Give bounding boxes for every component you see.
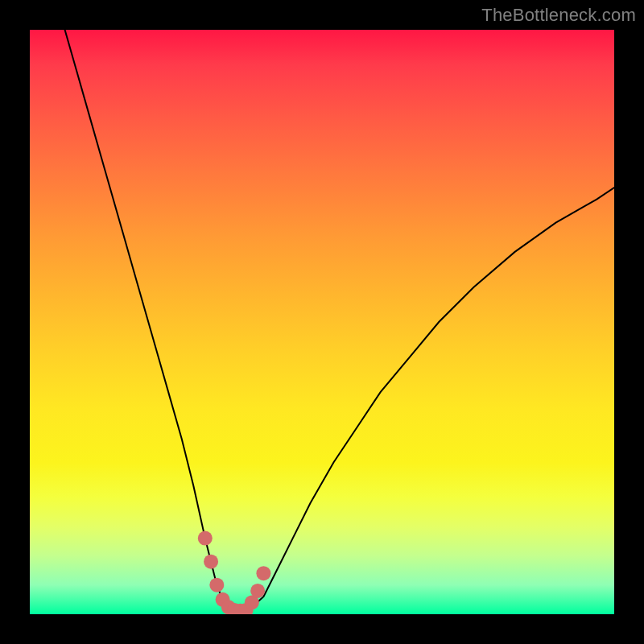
highlight-marker [256,566,270,580]
highlight-marker [250,584,265,598]
chart-frame: TheBottleneck.com [0,0,644,644]
highlight-marker [204,555,218,569]
highlight-marker [209,578,224,592]
watermark-text: TheBottleneck.com [481,5,636,26]
highlight-marker [198,531,213,546]
highlight-markers [198,531,271,614]
bottleneck-curve [65,30,614,611]
chart-svg [30,30,614,614]
